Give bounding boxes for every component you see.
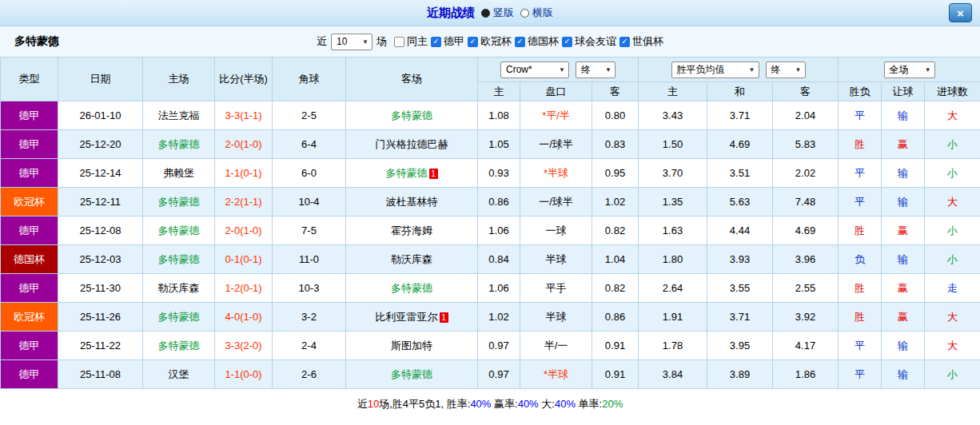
col-header-date: 日期	[58, 58, 143, 101]
result-outcome: 胜	[839, 303, 882, 332]
away-team[interactable]: 波杜基林特	[346, 188, 478, 216]
home-team[interactable]: 多特蒙德	[143, 216, 215, 245]
asian-odds-home: 1.08	[478, 101, 520, 130]
away-team[interactable]: 门兴格拉德巴赫	[346, 130, 478, 159]
checkbox-label: 德国杯	[528, 34, 559, 49]
away-team[interactable]: 勒沃库森	[346, 245, 478, 274]
asian-odds-away: 1.04	[592, 245, 639, 274]
euro-odds-away: 4.17	[773, 332, 839, 360]
away-team[interactable]: 多特蒙德	[346, 274, 478, 303]
result-handicap: 赢	[882, 130, 925, 159]
subheader-euro-home: 主	[639, 82, 707, 101]
corner-score: 10-4	[273, 188, 346, 216]
result-outcome: 平	[839, 332, 882, 360]
competition-checkbox-group: 同主✓德甲✓欧冠杯✓德国杯✓球会友谊✓世俱杯	[391, 34, 663, 49]
bookmaker-select[interactable]: Crow* ▼	[500, 62, 569, 78]
away-team[interactable]: 比利亚雷亚尔1	[346, 303, 478, 332]
asian-handicap: 半球	[520, 303, 592, 332]
home-team[interactable]: 多特蒙德	[143, 130, 215, 159]
euro-odds-away: 2.55	[773, 274, 839, 303]
bookmaker-state-select[interactable]: 终 ▼	[576, 62, 615, 78]
home-team[interactable]: 多特蒙德	[143, 303, 215, 332]
euro-odds-away: 1.86	[773, 360, 839, 389]
summary-segment: 20%	[602, 398, 623, 410]
euro-odds-home: 1.80	[639, 245, 707, 274]
filter-checkbox-德国杯[interactable]: ✓德国杯	[515, 34, 559, 49]
radio-unselected-icon	[520, 9, 529, 18]
result-handicap: 输	[882, 188, 925, 216]
layout-radio-竖版[interactable]: 竖版	[481, 6, 514, 20]
result-goals: 走	[925, 274, 980, 303]
result-goals: 大	[925, 101, 980, 130]
checkbox-checked-icon: ✓	[431, 37, 441, 47]
euro-odds-draw: 4.44	[707, 216, 773, 245]
corner-score: 2-4	[273, 332, 346, 360]
chevron-down-icon: ▼	[925, 66, 931, 73]
asian-odds-away: 0.91	[592, 360, 639, 389]
home-team[interactable]: 多特蒙德	[143, 245, 215, 274]
scope-select[interactable]: 全场 ▼	[884, 62, 935, 78]
home-team[interactable]: 多特蒙德	[143, 332, 215, 360]
home-team[interactable]: 多特蒙德	[143, 188, 215, 216]
match-score: 2-0(1-0)	[215, 216, 273, 245]
filter-checkbox-世俱杯[interactable]: ✓世俱杯	[619, 34, 663, 49]
asian-handicap: 一球	[520, 216, 592, 245]
asian-handicap: 一/球半	[520, 130, 592, 159]
corner-score: 6-0	[273, 159, 346, 188]
euro-odds-away: 2.02	[773, 159, 839, 188]
result-outcome: 胜	[839, 274, 882, 303]
filter-controls: 近 10 ▼ 场 同主✓德甲✓欧冠杯✓德国杯✓球会友谊✓世俱杯	[317, 34, 663, 50]
layout-radio-横版[interactable]: 横版	[520, 6, 553, 20]
near-label: 近	[317, 34, 327, 49]
summary-segment: 场,胜4平5负1, 胜率:	[379, 397, 470, 411]
match-score: 2-2(1-1)	[215, 188, 273, 216]
result-outcome: 平	[839, 101, 882, 130]
summary-segment: 近	[357, 397, 368, 411]
result-goals: 大	[925, 303, 980, 332]
filter-checkbox-同主[interactable]: 同主	[394, 34, 428, 49]
table-row: 欧冠杯25-11-26多特蒙德4-0(1-0)3-2比利亚雷亚尔11.02半球0…	[1, 303, 980, 332]
matches-count-select[interactable]: 10 ▼	[331, 34, 372, 50]
league-badge: 德国杯	[1, 245, 58, 274]
asian-odds-home: 0.84	[478, 245, 520, 274]
corner-score: 10-3	[273, 274, 346, 303]
away-team[interactable]: 多特蒙德	[346, 101, 478, 130]
result-outcome: 胜	[839, 216, 882, 245]
home-team[interactable]: 弗赖堡	[143, 159, 215, 188]
col-header-type: 类型	[1, 58, 58, 101]
euro-state-select[interactable]: 终 ▼	[766, 62, 806, 78]
home-team[interactable]: 汉堡	[143, 360, 215, 389]
match-score: 4-0(1-0)	[215, 303, 273, 332]
filter-checkbox-德甲[interactable]: ✓德甲	[431, 34, 464, 49]
away-team[interactable]: 多特蒙德	[346, 360, 478, 389]
filter-checkbox-欧冠杯[interactable]: ✓欧冠杯	[468, 34, 512, 49]
corner-score: 7-5	[273, 216, 346, 245]
asian-odds-away: 0.82	[592, 216, 639, 245]
summary-line: 近10场,胜4平5负1, 胜率:40% 赢率:40% 大:40% 单率:20%	[0, 389, 980, 419]
result-handicap: 输	[882, 101, 925, 130]
layout-radio-group: 竖版横版	[475, 6, 553, 20]
euro-odds-draw: 3.89	[707, 360, 773, 389]
table-header: 类型 日期 主场 比分(半场) 角球 客场 Crow* ▼ 终 ▼	[1, 58, 980, 101]
away-team[interactable]: 斯图加特	[346, 332, 478, 360]
checkbox-label: 世俱杯	[632, 34, 663, 49]
euro-odds-select[interactable]: 胜平负均值 ▼	[671, 62, 759, 78]
away-team[interactable]: 霍芬海姆	[346, 216, 478, 245]
filter-checkbox-球会友谊[interactable]: ✓球会友谊	[562, 34, 616, 49]
checkbox-label: 球会友谊	[575, 34, 616, 49]
radio-selected-icon	[481, 9, 490, 18]
asian-odds-home: 1.02	[478, 303, 520, 332]
asian-odds-home: 0.97	[478, 360, 520, 389]
home-team[interactable]: 法兰克福	[143, 101, 215, 130]
league-badge: 欧冠杯	[1, 188, 58, 216]
select-value: 终	[581, 63, 591, 77]
away-team[interactable]: 多特蒙德1	[346, 159, 478, 188]
league-badge: 德甲	[1, 360, 58, 389]
summary-segment: 40%	[555, 398, 576, 410]
close-button[interactable]: ×	[949, 3, 972, 22]
euro-odds-home: 3.43	[639, 101, 707, 130]
home-team[interactable]: 勒沃库森	[143, 274, 215, 303]
asian-odds-home: 0.86	[478, 188, 520, 216]
euro-odds-away: 3.92	[773, 303, 839, 332]
red-card-badge: 1	[440, 312, 448, 323]
